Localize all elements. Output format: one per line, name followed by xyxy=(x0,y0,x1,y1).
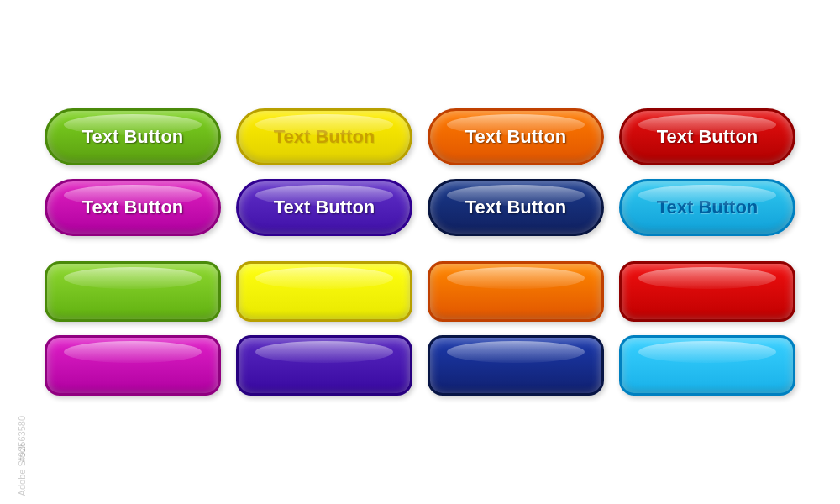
purple-empty-button[interactable] xyxy=(236,335,412,396)
button-row-2: Text Button Text Button Text Button Text… xyxy=(45,179,795,236)
button-label: Text Button xyxy=(465,197,567,218)
magenta-empty-button[interactable] xyxy=(45,335,221,396)
button-label: Text Button xyxy=(82,197,184,218)
button-label: Text Button xyxy=(465,126,567,148)
cyan-empty-button[interactable] xyxy=(619,335,795,396)
text-buttons-section: Text Button Text Button Text Button Text… xyxy=(45,108,795,236)
button-row-3 xyxy=(45,261,795,322)
green-empty-button[interactable] xyxy=(45,261,221,322)
button-label: Text Button xyxy=(274,126,375,148)
button-label: Text Button xyxy=(657,197,759,218)
purple-text-button[interactable]: Text Button xyxy=(236,179,412,236)
cyan-text-button[interactable]: Text Button xyxy=(619,179,795,236)
button-row-4 xyxy=(45,335,795,396)
magenta-text-button[interactable]: Text Button xyxy=(45,179,221,236)
button-label: Text Button xyxy=(657,126,759,148)
red-text-button[interactable]: Text Button xyxy=(619,108,795,165)
button-label: Text Button xyxy=(274,197,375,218)
empty-buttons-section xyxy=(45,261,795,396)
stock-id: #92563580 xyxy=(17,416,27,462)
orange-text-button[interactable]: Text Button xyxy=(428,108,604,165)
orange-empty-button[interactable] xyxy=(428,261,604,322)
navy-text-button[interactable]: Text Button xyxy=(428,179,604,236)
navy-empty-button[interactable] xyxy=(428,335,604,396)
button-row-1: Text Button Text Button Text Button Text… xyxy=(45,108,795,165)
green-text-button[interactable]: Text Button xyxy=(45,108,221,165)
red-empty-button[interactable] xyxy=(619,261,795,322)
button-label: Text Button xyxy=(82,126,184,148)
main-container: Text Button Text Button Text Button Text… xyxy=(19,83,821,421)
yellow-text-button[interactable]: Text Button xyxy=(236,108,412,165)
yellow-empty-button[interactable] xyxy=(236,261,412,322)
